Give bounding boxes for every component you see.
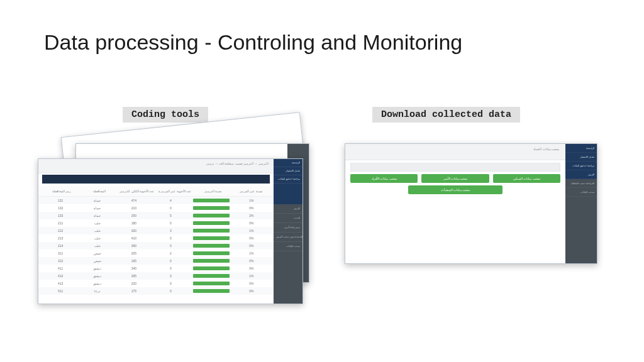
progress-bar-cell xyxy=(189,281,233,286)
coding-side-mid-item[interactable]: الترميز xyxy=(274,204,303,214)
download-side-mid-item[interactable]: سحب البيانات xyxy=(565,188,597,197)
progress-bar-cell xyxy=(189,266,233,271)
coding-col-header: نسبة الترميز xyxy=(194,189,231,193)
download-buttons-row2: سحب بيانات المنشآت xyxy=(350,185,560,194)
coding-side-top-item[interactable]: مراجعة / تدقيق البيانات xyxy=(274,175,303,184)
download-header: سحب بيانات التعداد xyxy=(345,144,565,160)
download-side-top-item[interactable]: الرئيسية xyxy=(565,144,597,153)
table-row: 0%0340دمشق411 xyxy=(38,265,274,272)
table-row: 0%0410حلب213 xyxy=(38,234,274,242)
download-panel: الرئيسيةتعديل الاستبيانمراجعة / تدقيق ال… xyxy=(345,143,597,264)
download-side-top-item[interactable]: الترميز xyxy=(565,170,597,179)
download-button[interactable]: سحب بيانات المنشآت xyxy=(408,185,502,194)
coding-col-header: عدد الأجوبة غير المرمزة xyxy=(156,189,194,193)
table-row: 1%3295دمشق412 xyxy=(38,272,274,280)
coding-col-header: عدد الأجوبة الكلي للترميز xyxy=(118,189,156,193)
progress-bar-cell xyxy=(189,236,233,241)
coding-title-bar xyxy=(42,175,270,184)
coding-side-mid-item[interactable]: إدارة المستخدمين حسب الترميز xyxy=(274,233,303,242)
table-row: 1%2205حمص311 xyxy=(38,250,274,257)
download-side-top-item[interactable]: مراجعة / تدقيق البيانات xyxy=(565,162,597,170)
table-row: 0%0210حماة132 xyxy=(38,204,274,212)
coding-table-rows: 1%4474حماة1310%0210حماة1322%5250حماة1330… xyxy=(38,197,274,304)
progress-bar-cell xyxy=(189,258,233,263)
download-filter-strip xyxy=(350,163,560,172)
coding-side-mid-item[interactable]: سحب البيانات xyxy=(274,242,303,251)
label-download-data: Download collected data xyxy=(372,107,520,123)
coding-side-top-item[interactable]: تعديل الاستبيان xyxy=(274,167,303,175)
progress-bar-cell xyxy=(189,198,233,203)
download-panel-body: سحب بيانات التعداد سحب بيانات الأفرادسحب… xyxy=(345,144,565,263)
label-coding-tools: Coding tools xyxy=(123,107,208,123)
progress-bar-cell xyxy=(189,221,233,226)
coding-table-header: نسبة غير المرمزنسبة الترميزعدد الأجوبة غ… xyxy=(38,186,274,197)
table-row: 0%0165حمص312 xyxy=(38,257,274,265)
coding-breadcrumb: الترميز → الترميز حسب منطقة العد → ترميز xyxy=(38,159,274,173)
table-row: 0%0220دمشق413 xyxy=(38,280,274,287)
download-sidebar: الرئيسيةتعديل الاستبيانمراجعة / تدقيق ال… xyxy=(565,144,597,263)
download-side-top-item[interactable]: تعديل الاستبيان xyxy=(565,153,597,162)
download-button[interactable]: سحب بيانات الأفراد xyxy=(350,174,418,183)
table-row: 0%0180حلب211 xyxy=(38,219,274,227)
progress-bar-cell xyxy=(189,206,233,211)
table-row: 0%0390حلب214 xyxy=(38,242,274,250)
coding-sidebar: الرئيسيةتعديل الاستبيانمراجعة / تدقيق ال… xyxy=(274,159,303,304)
download-buttons-row1: سحب بيانات الأفرادسحب بيانات الأسرسحب بي… xyxy=(350,174,560,183)
coding-col-header: نسبة غير المرمز xyxy=(232,189,270,193)
table-row: 2%5250حماة133 xyxy=(38,212,274,219)
coding-col-header: المحافظة xyxy=(80,189,118,193)
table-row: 1%4474حماة131 xyxy=(38,197,274,204)
table-row: 0%0175درعا511 xyxy=(38,287,274,295)
coding-panel-body: الترميز → الترميز حسب منطقة العد → ترميز… xyxy=(38,159,274,304)
progress-bar-cell xyxy=(189,213,233,218)
slide-title: Data processing - Controling and Monitor… xyxy=(44,30,462,55)
coding-side-mid-item[interactable]: ترميز إجابة أخرى xyxy=(274,223,303,233)
table-row: 1%3320حلب212 xyxy=(38,227,274,234)
coding-col-header: رمز المحافظة xyxy=(42,189,80,193)
coding-side-mid-item[interactable]: البحث xyxy=(274,214,303,223)
download-side-mid-item[interactable]: المراجعة حسب المنطقة xyxy=(565,179,597,188)
coding-side-top-item[interactable]: الرئيسية xyxy=(274,159,303,167)
download-button[interactable]: سحب بيانات المباني xyxy=(493,174,560,183)
progress-bar-cell xyxy=(189,243,233,248)
progress-bar-cell xyxy=(189,288,233,293)
progress-bar-cell xyxy=(189,273,233,278)
progress-bar-cell xyxy=(189,251,233,256)
progress-bar-cell xyxy=(189,228,233,233)
download-button[interactable]: سحب بيانات الأسر xyxy=(421,174,489,183)
coding-panel: الرئيسيةتعديل الاستبيانمراجعة / تدقيق ال… xyxy=(38,158,303,304)
